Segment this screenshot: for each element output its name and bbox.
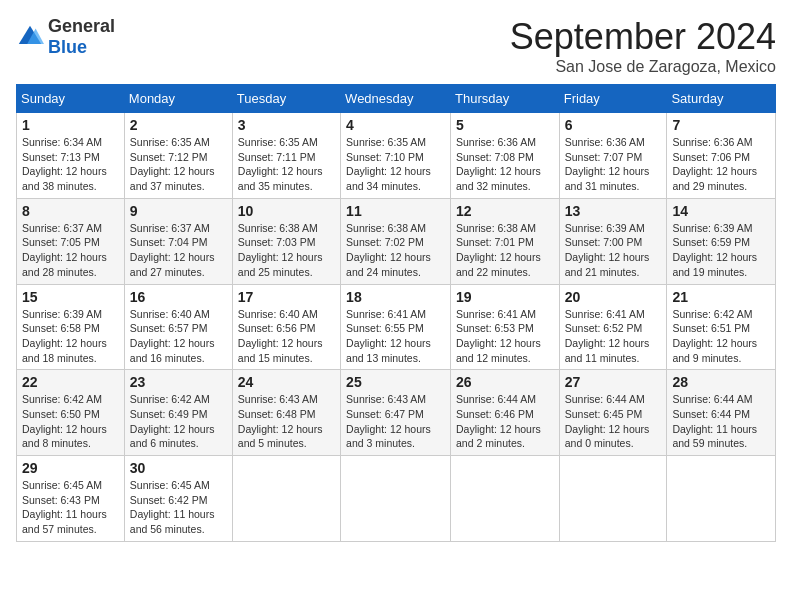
calendar-cell: 7Sunrise: 6:36 AMSunset: 7:06 PMDaylight… <box>667 113 776 199</box>
day-info: Sunrise: 6:44 AMSunset: 6:44 PMDaylight:… <box>672 392 770 451</box>
calendar-cell: 18Sunrise: 6:41 AMSunset: 6:55 PMDayligh… <box>341 284 451 370</box>
calendar-cell: 30Sunrise: 6:45 AMSunset: 6:42 PMDayligh… <box>124 456 232 542</box>
day-info: Sunrise: 6:42 AMSunset: 6:51 PMDaylight:… <box>672 307 770 366</box>
calendar-cell: 22Sunrise: 6:42 AMSunset: 6:50 PMDayligh… <box>17 370 125 456</box>
day-number: 5 <box>456 117 554 133</box>
calendar-cell: 26Sunrise: 6:44 AMSunset: 6:46 PMDayligh… <box>451 370 560 456</box>
day-number: 8 <box>22 203 119 219</box>
day-info: Sunrise: 6:42 AMSunset: 6:50 PMDaylight:… <box>22 392 119 451</box>
calendar-cell: 6Sunrise: 6:36 AMSunset: 7:07 PMDaylight… <box>559 113 667 199</box>
weekday-header: Thursday <box>451 85 560 113</box>
day-info: Sunrise: 6:40 AMSunset: 6:56 PMDaylight:… <box>238 307 335 366</box>
day-number: 3 <box>238 117 335 133</box>
day-number: 24 <box>238 374 335 390</box>
calendar-week-row: 29Sunrise: 6:45 AMSunset: 6:43 PMDayligh… <box>17 456 776 542</box>
day-number: 19 <box>456 289 554 305</box>
day-number: 7 <box>672 117 770 133</box>
day-info: Sunrise: 6:44 AMSunset: 6:45 PMDaylight:… <box>565 392 662 451</box>
day-info: Sunrise: 6:38 AMSunset: 7:03 PMDaylight:… <box>238 221 335 280</box>
logo: General Blue <box>16 16 115 58</box>
day-info: Sunrise: 6:37 AMSunset: 7:05 PMDaylight:… <box>22 221 119 280</box>
day-info: Sunrise: 6:41 AMSunset: 6:53 PMDaylight:… <box>456 307 554 366</box>
calendar-cell: 10Sunrise: 6:38 AMSunset: 7:03 PMDayligh… <box>232 198 340 284</box>
calendar-cell <box>341 456 451 542</box>
calendar-cell: 16Sunrise: 6:40 AMSunset: 6:57 PMDayligh… <box>124 284 232 370</box>
day-number: 26 <box>456 374 554 390</box>
day-number: 9 <box>130 203 227 219</box>
day-info: Sunrise: 6:41 AMSunset: 6:52 PMDaylight:… <box>565 307 662 366</box>
calendar-cell: 14Sunrise: 6:39 AMSunset: 6:59 PMDayligh… <box>667 198 776 284</box>
day-info: Sunrise: 6:40 AMSunset: 6:57 PMDaylight:… <box>130 307 227 366</box>
calendar-cell: 17Sunrise: 6:40 AMSunset: 6:56 PMDayligh… <box>232 284 340 370</box>
day-number: 13 <box>565 203 662 219</box>
day-number: 22 <box>22 374 119 390</box>
location-title: San Jose de Zaragoza, Mexico <box>510 58 776 76</box>
calendar-cell: 25Sunrise: 6:43 AMSunset: 6:47 PMDayligh… <box>341 370 451 456</box>
calendar-cell: 19Sunrise: 6:41 AMSunset: 6:53 PMDayligh… <box>451 284 560 370</box>
day-info: Sunrise: 6:38 AMSunset: 7:02 PMDaylight:… <box>346 221 445 280</box>
day-info: Sunrise: 6:42 AMSunset: 6:49 PMDaylight:… <box>130 392 227 451</box>
day-info: Sunrise: 6:44 AMSunset: 6:46 PMDaylight:… <box>456 392 554 451</box>
calendar-cell: 2Sunrise: 6:35 AMSunset: 7:12 PMDaylight… <box>124 113 232 199</box>
calendar-week-row: 15Sunrise: 6:39 AMSunset: 6:58 PMDayligh… <box>17 284 776 370</box>
day-info: Sunrise: 6:43 AMSunset: 6:47 PMDaylight:… <box>346 392 445 451</box>
calendar-cell: 28Sunrise: 6:44 AMSunset: 6:44 PMDayligh… <box>667 370 776 456</box>
weekday-header: Friday <box>559 85 667 113</box>
day-number: 2 <box>130 117 227 133</box>
weekday-header: Saturday <box>667 85 776 113</box>
calendar-week-row: 22Sunrise: 6:42 AMSunset: 6:50 PMDayligh… <box>17 370 776 456</box>
calendar-cell: 23Sunrise: 6:42 AMSunset: 6:49 PMDayligh… <box>124 370 232 456</box>
calendar-cell: 27Sunrise: 6:44 AMSunset: 6:45 PMDayligh… <box>559 370 667 456</box>
weekday-header: Monday <box>124 85 232 113</box>
calendar-cell: 20Sunrise: 6:41 AMSunset: 6:52 PMDayligh… <box>559 284 667 370</box>
calendar-cell <box>232 456 340 542</box>
calendar-cell: 21Sunrise: 6:42 AMSunset: 6:51 PMDayligh… <box>667 284 776 370</box>
calendar-cell <box>667 456 776 542</box>
day-number: 11 <box>346 203 445 219</box>
calendar-cell: 13Sunrise: 6:39 AMSunset: 7:00 PMDayligh… <box>559 198 667 284</box>
calendar-cell: 4Sunrise: 6:35 AMSunset: 7:10 PMDaylight… <box>341 113 451 199</box>
day-number: 21 <box>672 289 770 305</box>
calendar-week-row: 8Sunrise: 6:37 AMSunset: 7:05 PMDaylight… <box>17 198 776 284</box>
calendar-cell: 11Sunrise: 6:38 AMSunset: 7:02 PMDayligh… <box>341 198 451 284</box>
calendar-table: SundayMondayTuesdayWednesdayThursdayFrid… <box>16 84 776 542</box>
calendar-cell: 29Sunrise: 6:45 AMSunset: 6:43 PMDayligh… <box>17 456 125 542</box>
calendar-cell: 5Sunrise: 6:36 AMSunset: 7:08 PMDaylight… <box>451 113 560 199</box>
day-number: 30 <box>130 460 227 476</box>
calendar-cell: 9Sunrise: 6:37 AMSunset: 7:04 PMDaylight… <box>124 198 232 284</box>
day-number: 25 <box>346 374 445 390</box>
day-info: Sunrise: 6:43 AMSunset: 6:48 PMDaylight:… <box>238 392 335 451</box>
calendar-cell: 3Sunrise: 6:35 AMSunset: 7:11 PMDaylight… <box>232 113 340 199</box>
day-info: Sunrise: 6:39 AMSunset: 7:00 PMDaylight:… <box>565 221 662 280</box>
day-number: 17 <box>238 289 335 305</box>
weekday-header: Sunday <box>17 85 125 113</box>
weekday-header: Wednesday <box>341 85 451 113</box>
day-info: Sunrise: 6:41 AMSunset: 6:55 PMDaylight:… <box>346 307 445 366</box>
day-number: 14 <box>672 203 770 219</box>
day-info: Sunrise: 6:37 AMSunset: 7:04 PMDaylight:… <box>130 221 227 280</box>
day-number: 16 <box>130 289 227 305</box>
page-header: General Blue September 2024 San Jose de … <box>16 16 776 76</box>
calendar-cell: 8Sunrise: 6:37 AMSunset: 7:05 PMDaylight… <box>17 198 125 284</box>
day-number: 20 <box>565 289 662 305</box>
day-number: 27 <box>565 374 662 390</box>
day-number: 10 <box>238 203 335 219</box>
day-number: 4 <box>346 117 445 133</box>
calendar-cell: 15Sunrise: 6:39 AMSunset: 6:58 PMDayligh… <box>17 284 125 370</box>
day-info: Sunrise: 6:38 AMSunset: 7:01 PMDaylight:… <box>456 221 554 280</box>
day-info: Sunrise: 6:34 AMSunset: 7:13 PMDaylight:… <box>22 135 119 194</box>
calendar-cell: 1Sunrise: 6:34 AMSunset: 7:13 PMDaylight… <box>17 113 125 199</box>
day-info: Sunrise: 6:36 AMSunset: 7:08 PMDaylight:… <box>456 135 554 194</box>
day-info: Sunrise: 6:36 AMSunset: 7:07 PMDaylight:… <box>565 135 662 194</box>
day-info: Sunrise: 6:39 AMSunset: 6:58 PMDaylight:… <box>22 307 119 366</box>
logo-text: General Blue <box>48 16 115 58</box>
calendar-cell <box>559 456 667 542</box>
calendar-cell: 12Sunrise: 6:38 AMSunset: 7:01 PMDayligh… <box>451 198 560 284</box>
day-info: Sunrise: 6:35 AMSunset: 7:10 PMDaylight:… <box>346 135 445 194</box>
day-number: 29 <box>22 460 119 476</box>
day-number: 12 <box>456 203 554 219</box>
day-info: Sunrise: 6:35 AMSunset: 7:11 PMDaylight:… <box>238 135 335 194</box>
calendar-week-row: 1Sunrise: 6:34 AMSunset: 7:13 PMDaylight… <box>17 113 776 199</box>
day-number: 15 <box>22 289 119 305</box>
calendar-cell <box>451 456 560 542</box>
